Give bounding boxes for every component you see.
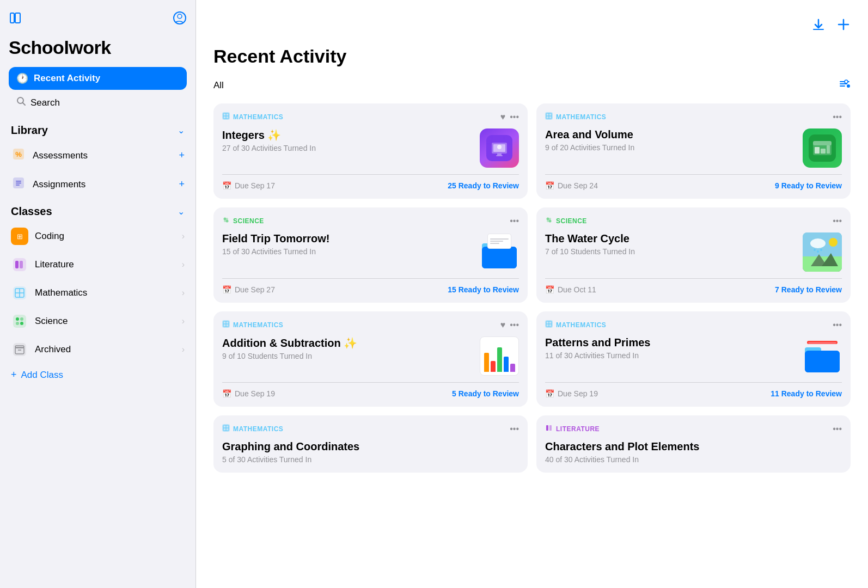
literature-class-icon [11,256,28,273]
card-graphing-coordinates[interactable]: MATHEMATICS ••• Graphing and Coordinates… [213,415,528,473]
review-label-5[interactable]: 5 Ready to Review [452,389,519,398]
svg-point-65 [547,218,549,220]
app-title: Schoolwork [9,37,187,58]
sidebar-item-archived[interactable]: Archived › [9,335,187,364]
svg-rect-16 [20,261,23,268]
search-label: Search [30,97,60,108]
classes-section-header: Classes ⌄ [9,199,187,222]
collapse-sidebar-icon[interactable] [9,11,22,28]
sidebar-item-assignments[interactable]: Assignments + [9,170,187,199]
more-icon-4[interactable]: ••• [833,216,842,226]
subject-label-3: SCIENCE [233,217,264,225]
filter-icon[interactable] [839,78,851,93]
more-icon-3[interactable]: ••• [510,216,519,226]
due-date-6: Due Sep 19 [558,389,598,398]
card-title-8: Characters and Plot Elements [545,440,842,453]
classes-title: Classes [11,205,52,218]
svg-point-59 [226,220,229,223]
svg-rect-56 [821,149,826,154]
review-label-6[interactable]: 11 Ready to Review [771,389,842,398]
due-icon-6: 📅 [545,389,554,398]
svg-text:⊞: ⊞ [17,232,23,241]
svg-point-76 [817,250,819,253]
svg-rect-11 [16,185,20,186]
svg-rect-55 [815,147,820,154]
filter-all-label[interactable]: All [213,80,224,91]
svg-rect-0 [10,13,14,23]
svg-point-25 [16,322,19,325]
download-icon[interactable] [811,17,826,35]
library-title: Library [11,124,48,137]
svg-rect-9 [16,181,21,182]
assessments-add-icon[interactable]: + [179,150,185,161]
card-field-trip[interactable]: SCIENCE ••• Field Trip Tomorrow! 15 of 3… [213,207,528,303]
heart-icon-1[interactable]: ♥ [500,112,506,122]
card-title-7: Graphing and Coordinates [222,440,519,453]
library-chevron-icon[interactable]: ⌄ [178,125,185,136]
review-label-4[interactable]: 7 Ready to Review [775,285,842,294]
subject-label-1: MATHEMATICS [233,113,283,121]
subject-label-6: MATHEMATICS [556,321,606,329]
svg-rect-21 [13,315,26,328]
card-integers[interactable]: MATHEMATICS ♥ ••• Integers ✨ 27 of 30 Ac… [213,103,528,199]
due-icon-1: 📅 [222,181,231,190]
math-subject-icon-6 [545,320,553,329]
cards-grid: MATHEMATICS ♥ ••• Integers ✨ 27 of 30 Ac… [213,103,851,473]
card-thumbnail-3 [480,232,519,272]
sidebar-item-recent-activity[interactable]: 🕐 Recent Activity [9,67,187,90]
more-icon-7[interactable]: ••• [510,424,519,434]
add-class-button[interactable]: + Add Class [9,364,187,386]
card-patterns-primes[interactable]: MATHEMATICS ••• Patterns and Primes 11 o… [536,311,851,407]
card-subtitle-1: 27 of 30 Activities Turned In [222,144,480,152]
search-icon [16,96,26,109]
user-icon[interactable] [173,11,187,28]
sidebar-search[interactable]: Search [9,92,187,113]
archived-class-icon [11,341,28,358]
card-addition-subtraction[interactable]: MATHEMATICS ♥ ••• Addition & Subtraction… [213,311,528,407]
svg-rect-64 [482,247,517,268]
card-area-volume[interactable]: MATHEMATICS ••• Area and Volume 9 of 20 … [536,103,851,199]
svg-point-68 [547,220,549,222]
more-icon-6[interactable]: ••• [833,320,842,330]
due-icon-5: 📅 [222,389,231,398]
svg-point-3 [178,14,182,19]
review-label-1[interactable]: 25 Ready to Review [448,181,519,190]
assignments-label: Assignments [33,179,85,190]
svg-rect-1 [15,13,20,23]
svg-point-47 [497,145,502,149]
card-water-cycle[interactable]: SCIENCE ••• The Water Cycle 7 of 10 Stud… [536,207,851,303]
card-subtitle-5: 9 of 10 Students Turned In [222,352,480,360]
card-title-5: Addition & Subtraction ✨ [222,336,480,350]
add-content-icon[interactable] [836,17,851,35]
more-icon-2[interactable]: ••• [833,112,842,122]
sidebar-item-mathematics[interactable]: Mathematics › [9,279,187,307]
classes-chevron-icon[interactable]: ⌄ [178,206,185,217]
sidebar-item-coding[interactable]: ⊞ Coding › [9,222,187,250]
math-subject-icon-7 [222,424,230,433]
subject-label-4: SCIENCE [556,217,587,225]
subject-label-7: MATHEMATICS [233,425,283,433]
more-icon-8[interactable]: ••• [833,424,842,434]
card-title-4: The Water Cycle [545,232,803,245]
review-label-3[interactable]: 15 Ready to Review [448,285,519,294]
add-class-plus-icon: + [11,369,17,381]
review-label-2[interactable]: 9 Ready to Review [775,181,842,190]
svg-line-5 [23,103,26,106]
card-thumbnail-2 [803,128,842,168]
more-icon-1[interactable]: ••• [510,112,519,122]
sidebar-item-science[interactable]: Science › [9,307,187,335]
card-characters-plot[interactable]: LITERATURE ••• Characters and Plot Eleme… [536,415,851,473]
sidebar-item-assessments[interactable]: % Assessments + [9,141,187,170]
science-subject-icon-2 [545,216,553,225]
assignments-add-icon[interactable]: + [179,179,185,190]
due-date-1: Due Sep 17 [235,181,275,190]
svg-rect-90 [805,351,840,372]
more-icon-5[interactable]: ••• [510,320,519,330]
sidebar-item-literature[interactable]: Literature › [9,250,187,279]
science-class-icon [11,313,28,330]
archived-label: Archived [35,344,71,355]
heart-icon-5[interactable]: ♥ [500,320,506,330]
card-subtitle-4: 7 of 10 Students Turned In [545,247,803,256]
main-top-bar [213,17,851,35]
svg-rect-57 [827,145,830,154]
